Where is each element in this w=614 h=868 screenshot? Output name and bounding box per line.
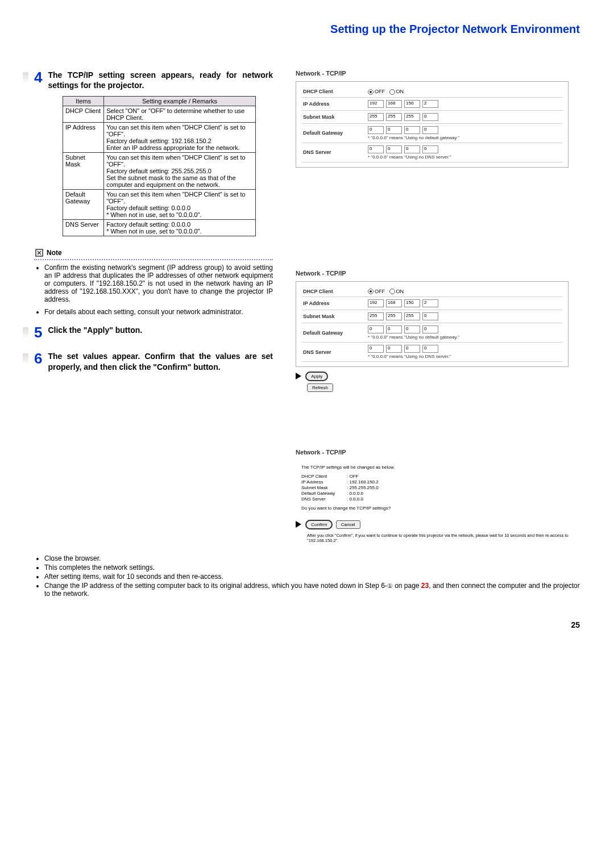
bottom-item: Close the browser.	[44, 554, 580, 562]
dns-input[interactable]: 0	[422, 145, 438, 153]
confirm-line: IP Address: 192.168.150.2	[301, 479, 563, 485]
dns-input[interactable]: 0	[404, 145, 420, 153]
note-item: For details about each setting, consult …	[44, 308, 273, 316]
radio-off[interactable]	[368, 89, 374, 95]
ip-input[interactable]: 192	[368, 100, 384, 108]
table-cell: You can set this item when "DHCP Client"…	[104, 153, 256, 190]
mask-value: 2552552550	[367, 110, 562, 123]
dhcp-label: DHCP Client	[302, 86, 367, 97]
table-cell: You can set this item when "DHCP Client"…	[104, 123, 256, 153]
ip-value: 1921681502	[367, 97, 562, 110]
confirm-line: DHCP Client: OFF	[301, 474, 563, 479]
table-cell: DHCP Client	[63, 106, 104, 123]
dhcp-label: DHCP Client	[302, 286, 367, 297]
table-cell: DNS Server	[63, 220, 104, 236]
dns-input[interactable]: 0	[422, 345, 438, 353]
dns-input[interactable]: 0	[386, 145, 402, 153]
gw-input[interactable]: 0	[386, 126, 402, 134]
dns-hint: * "0.0.0.0" means "Using no DNS server."	[368, 155, 561, 160]
dns-value: 0000 * "0.0.0.0" means "Using no DNS ser…	[367, 143, 562, 162]
refresh-button[interactable]: Refresh	[307, 383, 333, 392]
gw-input[interactable]: 0	[422, 126, 438, 134]
page-link[interactable]: 23	[421, 582, 429, 590]
dns-input[interactable]: 0	[386, 345, 402, 353]
note-list: Confirm the existing network's segment (…	[34, 264, 273, 316]
gw-label: Default Gateway	[302, 123, 367, 143]
gw-hint: * "0.0.0.0" means "Using no default gate…	[368, 135, 561, 140]
step-4-heading: The TCP/IP setting screen appears, ready…	[48, 70, 273, 90]
radio-off-label: OFF	[375, 289, 385, 294]
bottom-item-4b: on page	[393, 582, 421, 590]
ip-input[interactable]: 168	[386, 299, 402, 307]
dns-hint: * "0.0.0.0" means "Using no DNS server."	[368, 354, 561, 359]
gw-value: 0000 * "0.0.0.0" means "Using no default…	[367, 123, 562, 143]
step-4-number: 4	[34, 70, 42, 85]
mask-input[interactable]: 0	[422, 312, 438, 320]
dns-input[interactable]: 0	[368, 145, 384, 153]
ip-input[interactable]: 168	[386, 100, 402, 108]
mask-input[interactable]: 255	[386, 113, 402, 121]
confirm-question: Do you want to change the TCP/IP setting…	[301, 506, 563, 511]
ip-input[interactable]: 2	[422, 100, 438, 108]
radio-on[interactable]	[389, 289, 395, 294]
gw-input[interactable]: 0	[404, 126, 420, 134]
gw-input[interactable]: 0	[422, 326, 438, 333]
apply-button[interactable]: Apply	[305, 372, 328, 381]
table-cell: Subnet Mask	[63, 153, 104, 190]
mask-input[interactable]: 255	[368, 312, 384, 320]
dns-input[interactable]: 0	[368, 345, 384, 353]
th-remarks: Setting example / Remarks	[104, 97, 256, 106]
note-header: Note	[34, 248, 273, 260]
confirm-line: Subnet Mask: 255.255.255.0	[301, 485, 563, 490]
tcpip-panel-1: DHCP Client OFF ON IP Address 1921681502…	[296, 81, 569, 168]
gw-input[interactable]: 0	[368, 126, 384, 134]
step-4: 4 The TCP/IP setting screen appears, rea…	[34, 70, 273, 90]
ip-input[interactable]: 150	[404, 299, 420, 307]
mask-input[interactable]: 0	[422, 113, 438, 121]
step-5-number: 5	[34, 325, 42, 340]
confirm-line: Default Gateway: 0.0.0.0	[301, 491, 563, 496]
mask-input[interactable]: 255	[404, 312, 420, 320]
panel-title-2: Network - TCP/IP	[296, 270, 569, 277]
step-6-heading: The set values appear. Confirm that the …	[48, 351, 273, 372]
mask-input[interactable]: 255	[404, 113, 420, 121]
radio-on-label: ON	[396, 289, 404, 294]
arrow-icon	[296, 373, 301, 379]
step-4-num-text: 4	[34, 69, 42, 86]
radio-off-label: OFF	[375, 89, 385, 94]
table-cell: IP Address	[63, 123, 104, 153]
step-6-number: 6	[34, 351, 42, 366]
note-item: Confirm the existing network's segment (…	[44, 264, 273, 303]
bottom-item: This completes the network settings.	[44, 564, 580, 571]
note-icon	[34, 248, 44, 258]
tcpip-panel-2: DHCP Client OFF ON IP Address 1921681502…	[296, 281, 569, 368]
radio-off[interactable]	[368, 289, 374, 294]
dns-label: DNS Server	[302, 343, 367, 362]
confirm-button[interactable]: Confirm	[305, 520, 333, 529]
page-title: Setting up the Projector Network Environ…	[34, 23, 580, 36]
radio-on[interactable]	[389, 89, 395, 95]
cancel-button[interactable]: Cancel	[336, 520, 360, 529]
gw-input[interactable]: 0	[404, 326, 420, 333]
gw-hint: * "0.0.0.0" means "Using no default gate…	[368, 335, 561, 340]
dns-input[interactable]: 0	[404, 345, 420, 353]
apply-row: Apply	[296, 369, 569, 381]
confirm-note: After you click "Confirm", if you want t…	[307, 533, 569, 543]
bottom-item-4a: Change the IP address of the setting com…	[44, 582, 387, 590]
step-6-num-text: 6	[34, 350, 42, 367]
th-items: Items	[63, 97, 104, 106]
ip-input[interactable]: 150	[404, 100, 420, 108]
page-number: 25	[34, 620, 580, 629]
panel-title-1: Network - TCP/IP	[296, 70, 569, 77]
gw-input[interactable]: 0	[386, 326, 402, 333]
confirm-row: Confirm Cancel	[296, 518, 569, 529]
ip-input[interactable]: 2	[422, 299, 438, 307]
gw-input[interactable]: 0	[368, 326, 384, 333]
step-5-num-text: 5	[34, 324, 42, 341]
step-5-heading: Click the "Apply" button.	[48, 325, 142, 335]
ip-input[interactable]: 192	[368, 299, 384, 307]
table-cell: Factory default setting: 0.0.0.0 * When …	[104, 220, 256, 236]
mask-input[interactable]: 255	[386, 312, 402, 320]
mask-input[interactable]: 255	[368, 113, 384, 121]
bottom-item: After setting items, wait for 10 seconds…	[44, 573, 580, 581]
